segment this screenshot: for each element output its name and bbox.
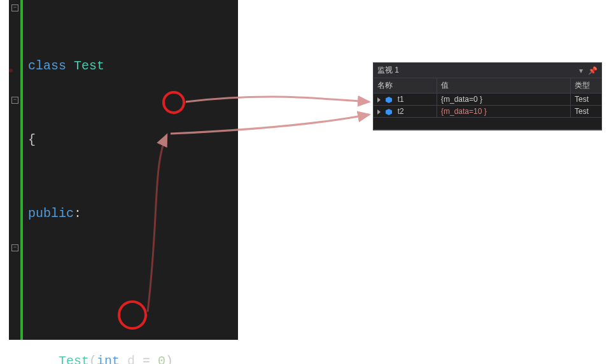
pin-icon[interactable]: 📌 [588, 66, 598, 75]
object-icon [385, 96, 393, 104]
typename: Test [74, 59, 104, 73]
col-type-header[interactable]: 类型 [571, 78, 601, 93]
svg-marker-0 [386, 97, 392, 103]
watch-var-name: t2 [398, 107, 404, 116]
keyword-public: public [28, 206, 74, 221]
watch-row-name[interactable]: t1 [374, 94, 437, 105]
equals: = [143, 354, 158, 364]
watch-row-value[interactable]: {m_data=0 } [437, 94, 571, 105]
fold-toggle[interactable]: − [11, 4, 18, 11]
code-line[interactable]: public: [28, 204, 238, 223]
gutter-breakpoint-dot[interactable] [9, 69, 13, 73]
typename: Test [59, 354, 89, 364]
keyword-int: int [97, 354, 127, 364]
expand-toggle-icon[interactable] [377, 97, 381, 102]
window-menu-icon[interactable]: ▾ [579, 66, 583, 75]
watch-column-header[interactable]: 名称 值 类型 [374, 78, 601, 94]
editor-gutter: − − − [9, 0, 28, 340]
watch-var-name: t1 [398, 95, 404, 104]
fold-toggle[interactable]: − [11, 244, 18, 251]
watch-row-type[interactable]: Test [571, 106, 601, 117]
watch-row[interactable]: t1 {m_data=0 } Test [374, 94, 601, 106]
watch-title-text: 监视 1 [377, 65, 399, 76]
col-name-header[interactable]: 名称 [374, 78, 437, 93]
svg-marker-1 [386, 109, 392, 115]
watch-window[interactable]: 监视 1 ▾ 📌 名称 值 类型 t1 {m_data=0 } Test t2 … [373, 62, 602, 130]
paren-open: ( [89, 354, 97, 364]
identifier: d [127, 354, 143, 364]
watch-titlebar[interactable]: 监视 1 ▾ 📌 [374, 63, 601, 78]
expand-toggle-icon[interactable] [377, 109, 381, 115]
watch-row-type[interactable]: Test [571, 94, 601, 105]
code-line[interactable]: { [28, 130, 238, 149]
number-literal: 0 [158, 354, 165, 364]
brace-open: { [28, 132, 36, 147]
code-editor-pane[interactable]: − − − class Test { public: Test(int d = … [9, 0, 238, 340]
change-indicator-bar [20, 0, 23, 340]
col-value-header[interactable]: 值 [437, 78, 571, 93]
keyword-class: class [28, 59, 74, 73]
fold-toggle[interactable]: − [11, 97, 18, 104]
code-line[interactable]: class Test [28, 57, 238, 75]
watch-title-controls: ▾ 📌 [579, 66, 598, 75]
code-text-area[interactable]: class Test { public: Test(int d = 0) { m… [28, 0, 238, 340]
colon: : [74, 206, 81, 221]
object-icon [385, 108, 393, 116]
indent [28, 354, 59, 364]
paren-close: ) [165, 354, 173, 364]
watch-empty-row[interactable] [374, 118, 601, 130]
watch-row[interactable]: t2 {m_data=10 } Test [374, 106, 601, 118]
watch-row-name[interactable]: t2 [374, 106, 437, 117]
code-line[interactable] [28, 278, 238, 297]
watch-row-value-changed[interactable]: {m_data=10 } [437, 106, 571, 117]
code-line[interactable]: Test(int d = 0) [28, 352, 238, 364]
